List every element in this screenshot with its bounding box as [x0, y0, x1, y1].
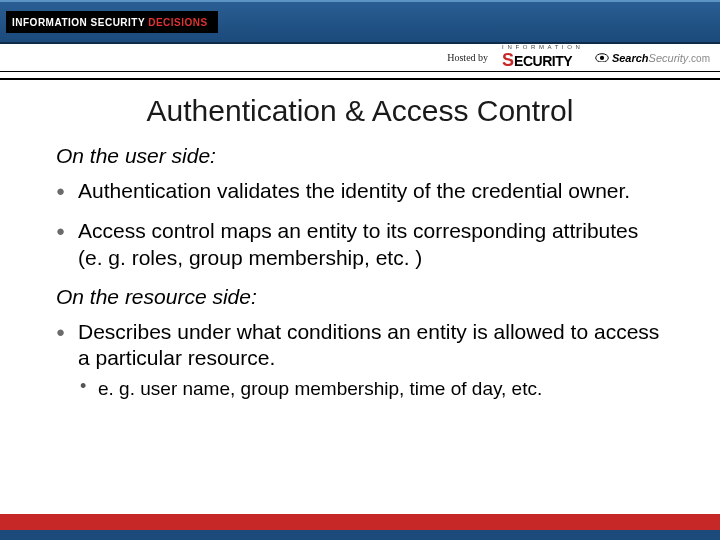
- bullet-item: Access control maps an entity to its cor…: [56, 218, 664, 271]
- bullet-item: Describes under what conditions an entit…: [56, 319, 664, 402]
- brand-text-a: INFORMATION SECURITY: [12, 17, 145, 28]
- eye-icon: [595, 53, 609, 63]
- search-italic: Security: [649, 52, 689, 64]
- searchsecurity-logo: SearchSecurity.com: [595, 52, 710, 64]
- sub-bullet-list: e. g. user name, group membership, time …: [78, 377, 664, 402]
- section-heading: On the resource side:: [56, 285, 664, 309]
- svg-point-1: [600, 55, 604, 59]
- sponsor-strip: Hosted by I N F O R M A T I O N SECURITY…: [0, 44, 720, 72]
- bullet-item: Authentication validates the identity of…: [56, 178, 664, 204]
- footer: [0, 514, 720, 540]
- hosted-by-label: Hosted by: [447, 52, 488, 63]
- brand-text-b: DECISIONS: [148, 17, 208, 28]
- slide-title: Authentication & Access Control: [56, 94, 664, 128]
- brand-logo: INFORMATION SECURITY DECISIONS: [6, 11, 218, 33]
- footer-red-bar: [0, 514, 720, 530]
- sub-bullet-item: e. g. user name, group membership, time …: [78, 377, 664, 402]
- slide: INFORMATION SECURITY DECISIONS Hosted by…: [0, 0, 720, 540]
- information-security-logo: I N F O R M A T I O N SECURITY: [502, 45, 581, 71]
- section-heading: On the user side:: [56, 144, 664, 168]
- bullet-list: Describes under what conditions an entit…: [56, 319, 664, 402]
- search-suffix: .com: [688, 53, 710, 64]
- security-s-letter: S: [502, 50, 514, 70]
- security-word: ECURITY: [514, 53, 572, 69]
- top-banner: INFORMATION SECURITY DECISIONS: [0, 0, 720, 44]
- bullet-list: Authentication validates the identity of…: [56, 178, 664, 271]
- bullet-text: Describes under what conditions an entit…: [78, 320, 659, 369]
- footer-blue-bar: [0, 530, 720, 540]
- content-area: Authentication & Access Control On the u…: [0, 80, 720, 514]
- search-bold: Search: [612, 52, 649, 64]
